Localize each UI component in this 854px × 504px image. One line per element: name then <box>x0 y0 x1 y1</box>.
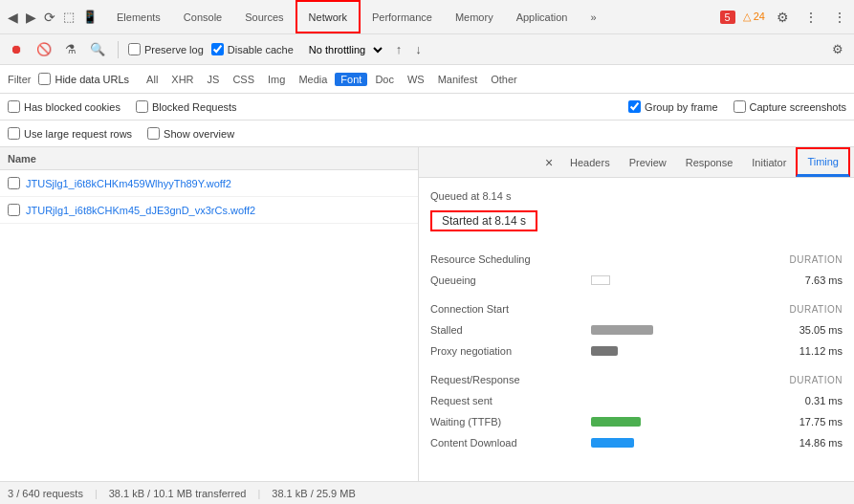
stop-button[interactable]: 🚫 <box>33 39 55 59</box>
stalled-label: Stalled <box>430 324 583 336</box>
filter-types: All XHR JS CSS Img Media Font Doc WS Man… <box>141 73 523 86</box>
detail-tabs: × Headers Preview Response Initiator Tim… <box>419 147 854 178</box>
filter-button[interactable]: ⚗ <box>62 39 79 59</box>
show-overview-input[interactable] <box>147 127 160 140</box>
search-button[interactable]: 🔍 <box>87 39 108 59</box>
content-download-value: 14.86 ms <box>766 437 843 449</box>
ttfb-bar <box>591 417 641 427</box>
preserve-log-checkbox[interactable]: Preserve log <box>128 43 204 55</box>
devtools-tab-bar: ◀ ▶ ⟳ ⬚ 📱 Elements Console Sources Netwo… <box>0 0 854 34</box>
ttfb-bar-area <box>591 417 758 427</box>
proxy-bar <box>591 346 618 356</box>
filter-all[interactable]: All <box>141 73 164 86</box>
proxy-label: Proxy negotiation <box>430 345 583 357</box>
group-by-frame-input[interactable] <box>628 100 641 113</box>
timing-row-ttfb: Waiting (TTFB) 17.75 ms <box>430 411 843 432</box>
options-left: Has blocked cookies Blocked Requests <box>8 100 237 113</box>
request-response-header: Request/Response DURATION <box>430 369 843 390</box>
nav-refresh-button[interactable]: ⟳ <box>40 6 59 29</box>
filter-other[interactable]: Other <box>485 73 523 86</box>
show-overview-checkbox[interactable]: Show overview <box>147 127 234 140</box>
error-count[interactable]: 5 <box>720 11 735 24</box>
filter-img[interactable]: Img <box>262 73 291 86</box>
tab-application[interactable]: Application <box>505 0 580 33</box>
blocked-requests-input[interactable] <box>136 100 148 113</box>
use-large-rows-checkbox[interactable]: Use large request rows <box>8 127 132 140</box>
tab-more[interactable]: » <box>579 0 607 33</box>
file-item-0[interactable]: JTUSjlg1_i6t8kCHKm459WlhyyTh89Y.woff2 <box>0 170 418 197</box>
filter-css[interactable]: CSS <box>227 73 260 86</box>
timing-row-stalled: Stalled 35.05 ms <box>430 319 843 340</box>
main-content: Name JTUSjlg1_i6t8kCHKm459WlhyyTh89Y.wof… <box>0 147 854 481</box>
record-button[interactable]: ⏺ <box>8 39 26 59</box>
tab-sources[interactable]: Sources <box>233 0 295 33</box>
capture-screenshots-checkbox[interactable]: Capture screenshots <box>734 100 847 113</box>
disable-cache-checkbox[interactable]: Disable cache <box>211 43 294 55</box>
filter-js[interactable]: JS <box>202 73 226 86</box>
queued-row: Queued at 8.14 s <box>430 186 843 207</box>
blocked-requests-checkbox[interactable]: Blocked Requests <box>136 100 237 113</box>
filter-row: Filter Hide data URLs All XHR JS CSS Img… <box>0 65 854 94</box>
upload-button[interactable]: ↑ <box>393 39 405 59</box>
filter-doc[interactable]: Doc <box>369 73 400 86</box>
nav-forward-button[interactable]: ▶ <box>22 6 40 29</box>
tab-initiator[interactable]: Initiator <box>742 147 796 177</box>
file-name-1: JTURjlg1_i6t8kCHKm45_dJE3gnD_vx3rCs.woff… <box>26 205 255 216</box>
has-blocked-cookies-input[interactable] <box>8 100 20 113</box>
file-item-1[interactable]: JTURjlg1_i6t8kCHKm45_dJE3gnD_vx3rCs.woff… <box>0 197 418 224</box>
file-item-checkbox-0[interactable] <box>8 177 20 189</box>
device-toggle-button[interactable]: 📱 <box>78 6 101 28</box>
stalled-value: 35.05 ms <box>766 324 843 336</box>
nav-back-button[interactable]: ◀ <box>4 6 22 29</box>
detail-panel: × Headers Preview Response Initiator Tim… <box>419 147 854 481</box>
hide-data-urls-input[interactable] <box>38 73 51 85</box>
filter-font[interactable]: Font <box>335 73 367 86</box>
tab-console[interactable]: Console <box>172 0 233 33</box>
filter-xhr[interactable]: XHR <box>165 73 199 86</box>
transferred-size: 38.1 kB / 10.1 MB transferred <box>109 488 247 499</box>
requests-count: 3 / 640 requests <box>8 488 83 499</box>
detach-button[interactable]: ⋮ <box>829 6 850 29</box>
file-list: Name JTUSjlg1_i6t8kCHKm459WlhyyTh89Y.wof… <box>0 147 419 481</box>
network-toolbar: ⏺ 🚫 ⚗ 🔍 Preserve log Disable cache No th… <box>0 34 854 65</box>
tab-timing[interactable]: Timing <box>796 147 850 177</box>
use-large-rows-input[interactable] <box>8 127 20 140</box>
stalled-bar-area <box>591 325 758 335</box>
has-blocked-cookies-checkbox[interactable]: Has blocked cookies <box>8 100 120 113</box>
tab-memory[interactable]: Memory <box>444 0 505 33</box>
started-box: Started at 8.14 s <box>430 210 537 231</box>
resource-scheduling-title: Resource Scheduling <box>430 253 583 265</box>
network-settings-button[interactable]: ⚙ <box>829 39 846 59</box>
preserve-log-input[interactable] <box>128 43 141 55</box>
filter-media[interactable]: Media <box>293 73 333 86</box>
connection-start-header: Connection Start DURATION <box>430 298 843 319</box>
ttfb-value: 17.75 ms <box>766 416 843 427</box>
tab-preview[interactable]: Preview <box>620 147 676 177</box>
filter-ws[interactable]: WS <box>402 73 430 86</box>
proxy-value: 11.12 ms <box>766 345 843 357</box>
disable-cache-input[interactable] <box>211 43 224 55</box>
started-label: Started at 8.14 s <box>442 214 526 228</box>
settings-button[interactable]: ⚙ <box>773 6 793 29</box>
queueing-bar <box>591 275 610 285</box>
queueing-value: 7.63 ms <box>766 274 843 286</box>
capture-screenshots-input[interactable] <box>734 100 746 113</box>
file-item-checkbox-1[interactable] <box>8 204 20 216</box>
detail-close-button[interactable]: × <box>537 155 560 170</box>
tab-performance[interactable]: Performance <box>361 0 444 33</box>
download-button[interactable]: ↓ <box>412 39 425 59</box>
inspect-button[interactable]: ⬚ <box>59 6 78 28</box>
timing-row-proxy: Proxy negotiation 11.12 ms <box>430 340 843 362</box>
group-by-frame-checkbox[interactable]: Group by frame <box>628 100 717 113</box>
filter-manifest[interactable]: Manifest <box>432 73 484 86</box>
tab-network[interactable]: Network <box>296 0 361 33</box>
content-download-bar <box>591 438 634 448</box>
tab-elements[interactable]: Elements <box>105 0 172 33</box>
hide-data-urls-checkbox[interactable]: Hide data URLs <box>38 73 129 85</box>
more-button[interactable]: ⋮ <box>800 6 821 29</box>
warning-count[interactable]: △ 24 <box>743 11 765 23</box>
queueing-bar-area <box>591 275 758 285</box>
tab-headers[interactable]: Headers <box>560 147 620 177</box>
tab-response[interactable]: Response <box>676 147 743 177</box>
throttle-select[interactable]: No throttling <box>301 41 385 58</box>
